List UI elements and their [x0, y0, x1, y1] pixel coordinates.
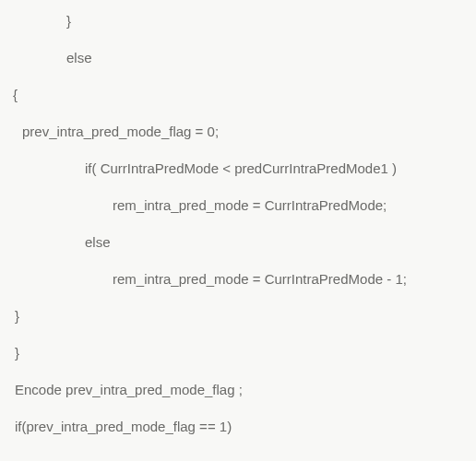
code-line: rem_intra_pred_mode = CurrIntraPredMode … [0, 269, 476, 289]
code-line: if(prev_intra_pred_mode_flag == 1) [0, 417, 476, 436]
code-line: } [0, 11, 476, 30]
code-line: prev_intra_pred_mode_flag = 0; [0, 122, 476, 141]
code-line: if( CurrIntraPredMode < predCurrIntraPre… [0, 159, 476, 178]
code-line: else [0, 232, 476, 252]
code-line: } [0, 343, 476, 362]
code-line: rem_intra_pred_mode = CurrIntraPredMode; [0, 195, 476, 215]
code-line: { [0, 85, 476, 104]
code-line: else [0, 48, 476, 67]
code-line: } [0, 306, 476, 325]
code-line: Encode prev_intra_pred_mode_flag ; [0, 380, 476, 399]
